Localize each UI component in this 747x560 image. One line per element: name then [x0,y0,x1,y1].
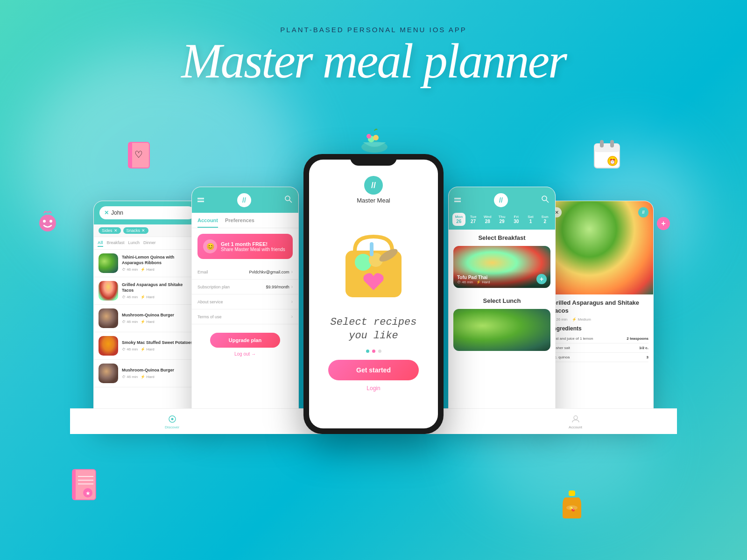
recipe-item-4[interactable]: Mushroom-Quinoa Burger ⏱ 46 min ⚡ Hard [94,360,200,387]
cal-day-thu[interactable]: Thu 29 [495,213,508,226]
recipe-diff-0: ⚡ Hard [141,267,155,272]
select-line-1: Select recipes [309,316,438,329]
login-link[interactable]: Login [309,385,438,392]
recipe-time-1: ⏱ 46 min [122,295,138,299]
hamburger-menu-icon[interactable] [197,198,204,202]
recipe-diff-2: ⚡ Hard [141,320,155,324]
svg-line-29 [289,200,292,203]
chip-snacks-remove[interactable]: ✕ [141,228,145,233]
recipe-info-0: Tahini-Lemon Quinoa with Asparagus Ribbo… [122,255,196,271]
svg-line-42 [546,200,549,203]
promo-sub-text: Share Master Meal with friends [221,247,285,252]
cal-day-thu-num: 29 [499,219,504,224]
calendar-days: Mon 26 Tue 27 Wed 28 Thu 29 Fri 30 Sat 1 [449,213,555,230]
upgrade-plan-button[interactable]: Upgrade plan [210,333,280,348]
cal-search-icon[interactable] [541,195,550,205]
recipe-thumb-2 [99,308,118,328]
svg-rect-56 [72,469,76,500]
account-tabs: Account Preferences [192,213,298,228]
cal-day-sun[interactable]: Sun 2 [538,213,551,226]
recipe-meta-4: ⏱ 46 min ⚡ Hard [122,375,196,379]
svg-rect-39 [370,242,374,256]
recipe-detail-content: Grilled Asparagus and Shitake Tacos ⏱ 26… [547,294,653,367]
lunch-meal-card[interactable] [453,309,550,351]
chip-sides-label: Sides [102,228,113,233]
breakfast-add-button[interactable]: + [536,274,547,284]
discover-header: ✕ John [94,201,200,224]
phone-center: // Master Meal [303,154,444,434]
recipe-time-3: ⏱ 46 min [122,347,138,351]
cal-day-fri[interactable]: Fri 30 [510,213,523,226]
recipe-item-1[interactable]: Grilled Asparagus and Shitake Tacos ⏱ 46… [94,277,200,305]
promo-text: Get 1 month FREE! Share Master Meal with… [221,241,285,252]
recipe-item-0[interactable]: Tahini-Lemon Quinoa with Asparagus Ribbo… [94,250,200,277]
account-row-subscription[interactable]: Subscription plan $9.99/month › [192,280,298,294]
account-row-email[interactable]: Email Pvldchkv@gmail.com › [192,265,298,280]
recipe-item-3[interactable]: Smoky Mac Stuffed Sweet Potatoes ⏱ 46 mi… [94,332,200,360]
subscription-value: $9.99/month › [266,284,293,289]
search-icon-account[interactable] [284,195,293,205]
cal-day-tue[interactable]: Tue 27 [467,213,480,226]
about-label: About service [197,300,223,304]
get-started-button[interactable]: Get started [328,360,419,380]
recipe-detail-photo: ✕ // [547,201,653,294]
lunch-section-title: Select Lunch [449,293,555,309]
cal-day-sat[interactable]: Sat 1 [524,213,537,226]
select-line-2: you like [309,329,438,343]
phone-discover: ✕ John Sides ✕ Snacks ✕ All Breakfast Lu… [93,201,201,425]
center-app-header: // Master Meal [309,160,438,209]
ingredients-title: Ingredients [551,325,648,332]
logout-link[interactable]: Log out → [192,351,298,357]
center-logo-symbol: // [371,181,376,190]
terms-arrow: › [291,314,293,319]
cal-day-wed[interactable]: Wed 28 [481,213,494,226]
recipe-item-2[interactable]: Mushroom-Quinoa Burger ⏱ 46 min ⚡ Hard [94,305,200,332]
cal-bottom-nav: Discover Menu Account [448,408,556,429]
cat-tab-dinner[interactable]: Dinner [143,239,156,247]
app-title: Master meal planner [163,36,584,85]
chip-sides[interactable]: Sides ✕ [99,227,121,234]
recipe-meta-2: ⏱ 46 min ⚡ Hard [122,320,196,324]
promo-banner[interactable]: 😊 Get 1 month FREE! Share Master Meal wi… [197,234,293,259]
svg-rect-55 [72,469,96,500]
about-arrow: › [291,299,293,304]
svg-point-28 [285,196,290,201]
promo-icon: 😊 [203,239,217,253]
cat-tab-lunch[interactable]: Lunch [128,239,140,247]
tab-preferences[interactable]: Preferences [225,217,254,228]
recipe-detail-difficulty: ⚡ Medium [572,317,591,322]
recipe-diff-4: ⚡ Hard [141,375,155,379]
subscription-label: Subscription plan [197,285,230,289]
phone-notch [350,154,397,166]
tab-account[interactable]: Account [197,217,218,228]
svg-point-41 [542,196,547,201]
recipe-detail-name: Grilled Asparagus and Shitake Tacos [551,299,648,315]
account-row-about[interactable]: About service › [192,294,298,309]
center-select-text: Select recipes you like [309,316,438,343]
search-bar[interactable]: ✕ John [99,206,195,219]
cal-hamburger-icon[interactable] [454,198,461,202]
search-clear-icon[interactable]: ✕ [104,210,109,216]
dot-3 [378,350,381,353]
breakfast-meal-name: Tofu Pad Thai [457,275,547,280]
cal-day-sun-num: 2 [543,219,546,224]
breakfast-meal-card[interactable]: Tofu Pad Thai ⏱ 46 min ⚡ Hard + [453,246,550,288]
cat-tab-all[interactable]: All [98,239,103,247]
ingredient-amount-2: 3 [647,355,648,359]
cal-day-mon-num: 26 [456,219,461,224]
recipe-name-3: Smoky Mac Stuffed Sweet Potatoes [122,340,196,346]
center-app-name: Master Meal [316,197,431,204]
chip-snacks[interactable]: Snacks ✕ [123,227,149,234]
recipe-meta-0: ⏱ 46 min ⚡ Hard [122,267,196,272]
deco-notebook-bottom: ★ [70,467,98,504]
logo-symbol: // [242,196,246,204]
chip-sides-remove[interactable]: ✕ [114,228,118,233]
svg-text:★: ★ [85,490,91,497]
cal-logo-symbol: // [499,196,503,204]
cal-day-mon[interactable]: Mon 26 [452,213,465,226]
recipe-name-2: Mushroom-Quinoa Burger [122,313,196,318]
dot-1 [366,350,369,353]
cat-tab-breakfast[interactable]: Breakfast [107,239,125,247]
recipe-diff-3: ⚡ Hard [141,347,155,351]
account-row-terms[interactable]: Terms of use › [192,309,298,324]
